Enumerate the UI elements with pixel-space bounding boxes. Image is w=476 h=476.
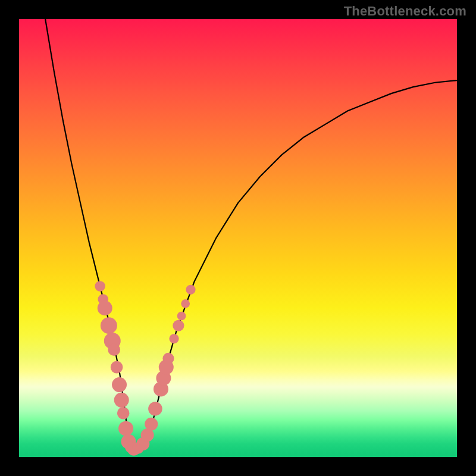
- marker-group: [95, 281, 195, 456]
- data-point-marker: [177, 312, 186, 321]
- data-point-marker: [169, 334, 178, 343]
- data-point-marker: [186, 285, 195, 295]
- data-point-marker: [181, 299, 190, 308]
- data-point-marker: [162, 353, 174, 364]
- data-point-marker: [118, 421, 133, 436]
- data-point-marker: [148, 402, 162, 416]
- watermark-text: TheBottleneck.com: [344, 4, 466, 19]
- data-point-marker: [117, 407, 130, 419]
- data-point-marker: [112, 377, 127, 392]
- chart-frame: TheBottleneck.com: [0, 0, 476, 476]
- bottleneck-curve: [45, 19, 457, 448]
- data-point-marker: [145, 418, 158, 431]
- data-point-marker: [173, 320, 184, 331]
- data-point-marker: [95, 281, 105, 292]
- data-point-marker: [108, 343, 120, 356]
- data-point-marker: [114, 393, 129, 408]
- data-point-marker: [98, 300, 112, 315]
- data-point-marker: [101, 317, 117, 334]
- plot-area: [19, 19, 457, 457]
- curve-layer: [19, 19, 457, 457]
- data-point-marker: [111, 361, 123, 374]
